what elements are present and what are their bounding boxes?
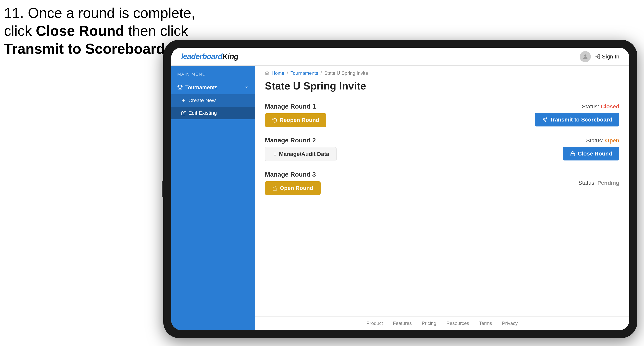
footer-resources[interactable]: Resources	[446, 321, 469, 326]
logo-leaderboard: leaderboard	[181, 52, 222, 61]
home-icon	[265, 71, 269, 75]
app-header: leaderboardKing Sign In	[171, 48, 629, 66]
instruction-line1: 11. Once a round is complete,	[4, 5, 195, 21]
sidebar-item-tournaments[interactable]: Tournaments	[171, 81, 255, 94]
refresh-icon	[272, 118, 277, 123]
round-3-right: Status: Pending	[578, 180, 619, 186]
transmit-scoreboard-button[interactable]: Transmit to Scoreboard	[535, 113, 619, 127]
status-open-badge: Open	[605, 137, 619, 144]
sidebar-item-create-new[interactable]: Create New	[171, 94, 255, 107]
reopen-round-button[interactable]: Reopen Round	[265, 113, 326, 127]
sign-in-label: Sign In	[602, 53, 619, 60]
sidebar: MAIN MENU Tournaments Create New	[171, 66, 255, 330]
logo-text: leaderboardKing	[181, 52, 238, 61]
round-2-status: Status: Open	[586, 137, 619, 144]
open-icon	[272, 185, 278, 191]
send-icon	[542, 117, 547, 122]
close-round-label: Close Round	[578, 151, 612, 157]
breadcrumb-tournaments[interactable]: Tournaments	[290, 70, 318, 76]
breadcrumb-sep1: /	[287, 70, 288, 76]
round-3-title: Manage Round 3	[265, 171, 320, 178]
sign-in-button[interactable]: Sign In	[595, 53, 619, 60]
round-1-left: Manage Round 1 Reopen Round	[265, 103, 326, 127]
round-2-section: Manage Round 2 Manage/Audit Data Status:…	[255, 132, 629, 166]
tablet-side-button	[162, 181, 163, 197]
footer-pricing[interactable]: Pricing	[422, 321, 436, 326]
trophy-icon	[177, 85, 183, 90]
breadcrumb-current: State U Spring Invite	[324, 70, 368, 76]
create-new-label: Create New	[188, 97, 216, 104]
open-round-label: Open Round	[280, 185, 313, 191]
transmit-scoreboard-label: Transmit to Scoreboard	[550, 117, 612, 123]
main-menu-label: MAIN MENU	[171, 72, 255, 81]
round-3-section: Manage Round 3 Open Round Status: Pendin…	[255, 166, 629, 200]
round-1-right: Status: Closed Transmit to Scoreboard	[535, 103, 619, 127]
round-2-right: Status: Open Close Round	[563, 137, 619, 161]
sidebar-submenu: Create New Edit Existing	[171, 94, 255, 119]
app-footer: Product Features Pricing Resources Terms…	[255, 316, 629, 330]
footer-features[interactable]: Features	[393, 321, 412, 326]
footer-privacy[interactable]: Privacy	[502, 321, 518, 326]
breadcrumb-home[interactable]: Home	[272, 70, 284, 76]
main-content: Home / Tournaments / State U Spring Invi…	[255, 66, 629, 330]
edit-icon	[181, 111, 186, 116]
round-2-left: Manage Round 2 Manage/Audit Data	[265, 137, 336, 161]
svg-point-4	[584, 54, 586, 56]
close-round-button[interactable]: Close Round	[563, 147, 619, 161]
logo-king: King	[222, 52, 238, 61]
open-round-button[interactable]: Open Round	[265, 181, 320, 195]
manage-audit-label: Manage/Audit Data	[279, 151, 329, 157]
chevron-icon	[244, 84, 249, 91]
plus-icon	[181, 98, 186, 103]
breadcrumb: Home / Tournaments / State U Spring Invi…	[255, 66, 629, 78]
lock-icon	[570, 151, 575, 156]
logo: leaderboardKing	[181, 52, 238, 61]
round-1-section: Manage Round 1 Reopen Round Status: Clos…	[255, 98, 629, 132]
reopen-round-label: Reopen Round	[280, 117, 319, 123]
footer-terms[interactable]: Terms	[479, 321, 492, 326]
breadcrumb-sep2: /	[320, 70, 322, 76]
instruction-line3: then click	[124, 23, 188, 39]
round-3-left: Manage Round 3 Open Round	[265, 171, 320, 195]
tablet-screen: leaderboardKing Sign In MAIN MENU	[171, 48, 629, 330]
header-right: Sign In	[580, 51, 619, 62]
avatar	[580, 51, 591, 62]
svg-rect-17	[273, 188, 277, 190]
round-2-title: Manage Round 2	[265, 137, 336, 144]
manage-audit-button[interactable]: Manage/Audit Data	[265, 147, 336, 161]
svg-rect-16	[571, 153, 575, 156]
edit-existing-label: Edit Existing	[188, 110, 217, 116]
page-title: State U Spring Invite	[255, 78, 629, 98]
status-closed-badge: Closed	[601, 103, 619, 110]
instruction-line2: click	[4, 23, 36, 39]
instruction-bold1: Close Round	[36, 23, 124, 39]
footer-product[interactable]: Product	[366, 321, 383, 326]
instruction-bold2: Transmit to Scoreboard.	[4, 41, 169, 57]
round-3-status: Status: Pending	[578, 180, 619, 186]
status-pending-badge: Pending	[598, 180, 619, 186]
tablet-device: leaderboardKing Sign In MAIN MENU	[163, 40, 637, 338]
round-1-title: Manage Round 1	[265, 103, 326, 110]
sidebar-tournaments-label: Tournaments	[185, 84, 218, 91]
list-icon	[272, 152, 276, 156]
app-layout: MAIN MENU Tournaments Create New	[171, 66, 629, 330]
content-spacer	[255, 200, 629, 316]
round-1-status: Status: Closed	[582, 103, 619, 110]
sidebar-item-edit-existing[interactable]: Edit Existing	[171, 107, 255, 119]
